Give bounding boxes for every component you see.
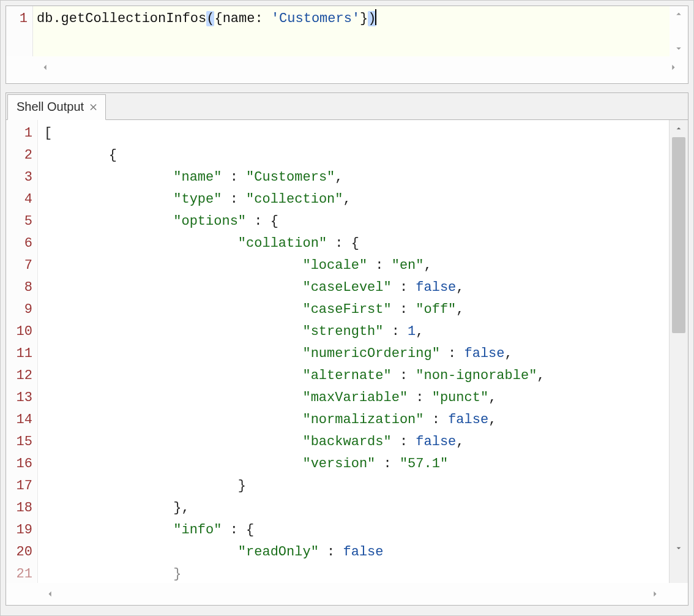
output-line: "caseLevel" : false, [44,277,669,299]
output-token: false [416,280,456,295]
output-token: "backwards" [302,434,391,449]
output-line: "locale" : "en", [44,255,669,277]
output-line: "options" : { [44,211,669,233]
output-token: , [505,346,513,361]
output-token: } [238,478,246,494]
chevron-right-icon [667,61,679,73]
output-token: "normalization" [302,412,423,427]
output-token: { [109,148,117,163]
output-line-number: 11 [6,343,32,365]
output-line-number: 8 [6,277,32,299]
query-token-paren-open: ( [206,11,214,26]
close-icon[interactable]: ⨯ [89,102,98,113]
output-token: , [456,302,464,317]
output-token: , [537,368,545,383]
output-line-number: 10 [6,321,32,343]
output-line: "normalization" : false, [44,409,669,431]
output-line-number: 19 [6,519,32,541]
output-line-number: 13 [6,387,32,409]
text-caret [375,9,376,25]
output-line-number: 15 [6,431,32,453]
output-token: [ [44,126,52,141]
output-line-number: 21 [6,563,32,583]
output-token: : [440,346,465,361]
output-line: "type" : "collection", [44,189,669,211]
output-token: "numericOrdering" [302,346,439,361]
output-token: "caseLevel" [302,280,391,295]
output-token: : [222,170,246,185]
chevron-down-icon [673,43,684,54]
query-token-brace-open: { [214,11,222,26]
output-line-number: 7 [6,255,32,277]
app-root: 1 db.getCollectionInfos({name: 'Customer… [0,0,694,616]
chevron-left-icon [44,588,56,600]
output-line: "caseFirst" : "off", [44,299,669,321]
output-line-number: 20 [6,541,32,563]
output-token: "info" [173,522,222,538]
output-token: { [246,522,254,538]
output-token: "off" [416,302,456,317]
output-token: , [488,390,496,405]
output-line-number: 2 [6,145,32,167]
output-line: }, [44,497,669,519]
output-line-number: 16 [6,453,32,475]
output-token: "strength" [302,324,383,339]
output-token: : [222,192,246,207]
output-token: : [392,434,416,449]
output-line-gutter: 123456789101112131415161718192021 [6,120,38,583]
output-token: : [246,214,271,229]
output-line: "maxVariable" : "punct", [44,387,669,409]
output-token: "non-ignorable" [416,368,537,383]
output-token: false [448,412,488,427]
output-line-number: 12 [6,365,32,387]
output-line: [ [44,122,669,145]
output-token: : [319,544,343,560]
query-horizontal-scroll[interactable] [6,56,688,78]
output-line-number: 9 [6,299,32,321]
output-token: : [222,522,246,538]
query-token-colon: : [255,11,271,26]
output-token: : [367,258,392,273]
output-token: "en" [392,258,424,273]
query-token-key: name [223,11,255,26]
output-line: "version" : "57.1" [44,453,669,475]
output-token: : [392,302,416,317]
output-line: "alternate" : "non-ignorable", [44,365,669,387]
output-line: "strength" : 1, [44,321,669,343]
output-token: : [408,390,432,405]
output-token: , [343,192,351,207]
output-code-area[interactable]: [ { "name" : "Customers", "type" : "coll… [38,120,669,583]
output-token: , [456,434,464,449]
output-line-number: 17 [6,475,32,497]
output-token: "options" [173,214,246,229]
output-line-number: 4 [6,189,32,211]
query-editor-body: 1 db.getCollectionInfos({name: 'Customer… [6,6,688,56]
output-token: "collection" [246,192,343,207]
output-token: : [375,456,400,471]
output-vertical-scrollbar[interactable] [669,120,688,583]
output-tab-strip: Shell Output ⨯ [6,93,688,120]
tab-shell-output[interactable]: Shell Output ⨯ [7,94,106,120]
output-token: "57.1" [400,456,448,471]
query-vertical-scroll[interactable] [670,6,688,56]
output-token: } [173,566,181,582]
output-line-number: 18 [6,497,32,519]
scroll-up-icon[interactable] [674,122,684,138]
query-code-area[interactable]: db.getCollectionInfos({name: 'Customers'… [33,6,670,56]
scrollbar-thumb[interactable] [672,137,685,333]
output-token: false [465,346,505,361]
output-token: : [384,324,408,339]
scroll-down-icon[interactable] [674,542,684,557]
output-body: 123456789101112131415161718192021 [ { "n… [6,120,688,583]
output-token: "caseFirst" [302,302,391,317]
output-line-number: 1 [6,122,32,145]
output-line: "numericOrdering" : false, [44,343,669,365]
output-horizontal-scroll[interactable] [6,583,688,605]
output-token: "readOnly" [238,544,319,560]
output-token: : [327,236,351,251]
chevron-right-icon [649,588,661,600]
output-token: "punct" [432,390,488,405]
output-token: , [488,412,496,427]
output-token: : [392,368,416,383]
chevron-left-icon [39,61,51,73]
